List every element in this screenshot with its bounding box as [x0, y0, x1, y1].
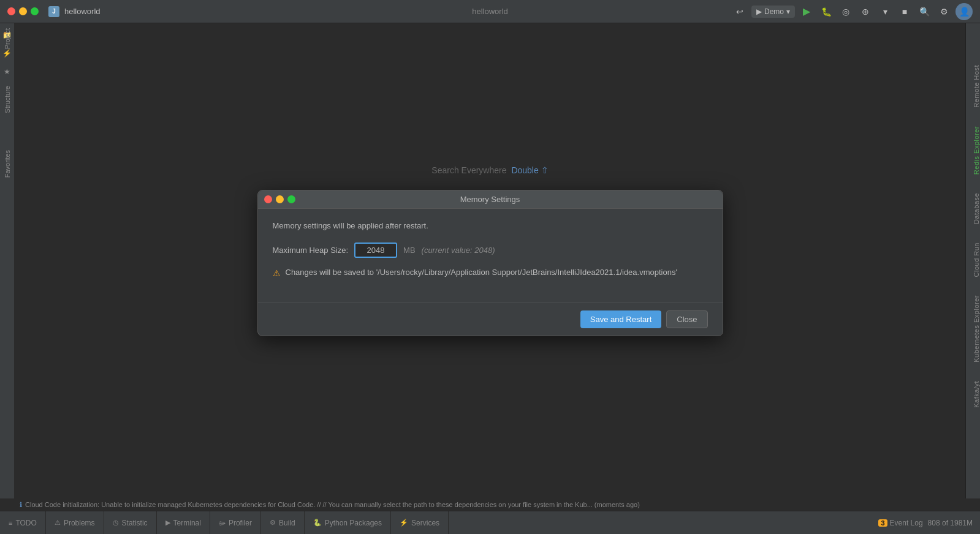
profiler-icon: ⌲ [219, 519, 226, 527]
structure-label[interactable]: Structure [4, 86, 11, 113]
kafka-label[interactable]: Kafka/yt [973, 381, 980, 408]
tab-services[interactable]: ⚡ Services [391, 511, 449, 534]
tab-build[interactable]: ⚙ Build [261, 511, 305, 534]
services-icon: ⚡ [400, 519, 408, 527]
services-label: Services [411, 519, 439, 527]
left-sidebar-labels: Project Structure Favorites [0, 23, 15, 498]
run-config-label: Demo [764, 7, 784, 16]
run-config-chevron-icon: ▾ [786, 7, 790, 16]
coverage-button[interactable]: ◎ [838, 4, 854, 20]
dialog-body: Memory settings will be applied after re… [258, 209, 723, 303]
build-label: Build [279, 519, 295, 527]
dialog-close-button[interactable] [264, 195, 272, 203]
todo-icon: ≡ [9, 519, 12, 527]
heap-size-row: Maximum Heap Size: MB (current value: 20… [273, 243, 708, 258]
stop-button[interactable]: ■ [897, 4, 913, 20]
dialog-minimize-button[interactable] [276, 195, 284, 203]
search-hint-text: Search Everywhere [431, 165, 506, 175]
notification-text: Cloud Code initialization: Unable to ini… [25, 501, 640, 508]
more-run-button[interactable]: ▾ [877, 4, 893, 20]
notification-icon: ℹ [20, 501, 22, 509]
search-button[interactable]: 🔍 [916, 4, 932, 20]
run-button[interactable]: ▶ [799, 4, 815, 20]
database-label[interactable]: Database [973, 193, 980, 224]
toolbar: ↩ ▶ Demo ▾ ▶ 🐛 ◎ ⊕ ▾ ■ 🔍 ⚙ 👤 [732, 3, 973, 20]
profile-button[interactable]: ⊕ [857, 4, 873, 20]
run-config-icon: ▶ [756, 7, 762, 16]
python-icon: 🐍 [313, 519, 322, 527]
build-icon: ⚙ [270, 519, 276, 527]
close-button[interactable] [7, 7, 15, 15]
statistic-label: Statistic [122, 519, 148, 527]
dialog-message: Memory settings will be applied after re… [273, 221, 708, 230]
event-log-count: 3 [878, 519, 887, 527]
tab-todo[interactable]: ≡ TODO [0, 511, 46, 534]
problems-icon: ⚠ [55, 519, 61, 527]
titlebar-center: helloworld [472, 7, 508, 16]
statistic-icon: ◷ [113, 519, 119, 527]
dialog-traffic-lights [264, 195, 295, 203]
titlebar-left: J helloworld [7, 6, 101, 17]
run-config[interactable]: ▶ Demo ▾ [751, 6, 795, 18]
dialog-title: Memory Settings [460, 195, 520, 204]
heap-size-unit: MB [403, 246, 416, 255]
cloud-run-label[interactable]: Cloud Run [973, 243, 980, 277]
app-title: helloworld [472, 7, 508, 16]
terminal-label: Terminal [173, 519, 201, 527]
event-log-label: Event Log [890, 519, 923, 527]
tab-profiler[interactable]: ⌲ Profiler [210, 511, 261, 534]
remote-host-label[interactable]: Remote Host [973, 65, 980, 108]
titlebar: J helloworld helloworld ↩ ▶ Demo ▾ ▶ 🐛 ◎… [0, 0, 980, 23]
search-hint: Search Everywhere Double ⇧ [431, 165, 548, 175]
memory-settings-dialog: Memory Settings Memory settings will be … [257, 190, 723, 336]
close-button[interactable]: Close [666, 310, 707, 328]
app-icon: J [48, 6, 59, 17]
settings-button[interactable]: ⚙ [936, 4, 952, 20]
right-sidebar-items: Remote Host Redis Explorer Database Clou… [973, 60, 980, 413]
tab-terminal[interactable]: ▶ Terminal [157, 511, 210, 534]
heap-size-input[interactable] [354, 243, 397, 258]
tab-problems[interactable]: ⚠ Problems [46, 511, 104, 534]
favorites-label[interactable]: Favorites [4, 150, 11, 178]
warning-icon: ⚠ [273, 268, 281, 278]
dialog-maximize-button[interactable] [287, 195, 295, 203]
minimize-button[interactable] [19, 7, 27, 15]
redis-explorer-label[interactable]: Redis Explorer [973, 126, 980, 175]
profiler-label: Profiler [229, 519, 252, 527]
back-button[interactable]: ↩ [732, 4, 748, 20]
account-avatar[interactable]: 👤 [955, 3, 973, 20]
maximize-button[interactable] [31, 7, 39, 15]
project-label[interactable]: Project [4, 28, 11, 49]
event-log-button[interactable]: 3 Event Log [878, 519, 922, 527]
tab-python-packages[interactable]: 🐍 Python Packages [305, 511, 391, 534]
heap-size-label: Maximum Heap Size: [273, 246, 349, 255]
dialog-buttons: Save and Restart Close [258, 303, 723, 336]
warning-text: Changes will be saved to '/Users/rocky/L… [286, 268, 677, 277]
tab-statistic[interactable]: ◷ Statistic [104, 511, 157, 534]
current-value-text: (current value: 2048) [422, 246, 495, 255]
kubernetes-explorer-label[interactable]: Kubernetes Explorer [973, 295, 980, 363]
notification-bar: ℹ Cloud Code initialization: Unable to i… [15, 498, 965, 511]
right-sidebar: Remote Host Redis Explorer Database Clou… [965, 23, 980, 498]
terminal-icon: ▶ [165, 519, 170, 527]
search-shortcut: Double ⇧ [511, 165, 548, 175]
warning-row: ⚠ Changes will be saved to '/Users/rocky… [273, 268, 708, 278]
save-restart-button[interactable]: Save and Restart [580, 310, 661, 328]
status-bar: ≡ TODO ⚠ Problems ◷ Statistic ▶ Terminal… [0, 511, 980, 534]
problems-label: Problems [64, 519, 95, 527]
python-packages-label: Python Packages [325, 519, 382, 527]
traffic-lights [7, 7, 39, 15]
dialog-titlebar: Memory Settings [258, 190, 723, 209]
status-tabs: ≡ TODO ⚠ Problems ◷ Statistic ▶ Terminal… [0, 511, 871, 534]
project-name: helloworld [64, 7, 101, 16]
status-right: 3 Event Log 808 of 1981M [871, 519, 980, 527]
line-count: 808 of 1981M [928, 519, 973, 527]
debug-button[interactable]: 🐛 [818, 4, 834, 20]
todo-label: TODO [15, 519, 36, 527]
